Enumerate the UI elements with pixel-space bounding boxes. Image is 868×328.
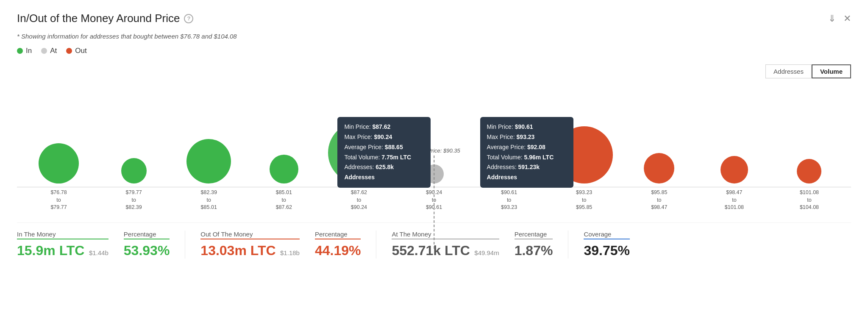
bubble-8[interactable] (556, 126, 613, 183)
stat-value-out-ltc: 13.03m LTC (200, 243, 275, 258)
page-title: In/Out of the Money Around Price (17, 12, 180, 25)
stat-pct-label-at: Percentage (515, 231, 553, 238)
bubble-col-2 (96, 158, 171, 183)
axis-label-3: $82.39to$85.01 (171, 189, 246, 211)
stat-pct-out: Percentage 44.19% (315, 231, 376, 259)
legend-out: Out (66, 47, 86, 55)
divider-3 (568, 231, 568, 259)
bubble-7[interactable] (484, 133, 534, 183)
volume-button[interactable]: Volume (812, 64, 851, 78)
legend-label-at: At (50, 47, 57, 55)
legend-dot-at (41, 48, 47, 54)
stat-underline-pct-out (315, 239, 361, 239)
stat-value-coverage: 39.75% (584, 243, 630, 259)
legend-label-in: In (26, 47, 32, 55)
main-container: In/Out of the Money Around Price ? ⇓ ✕ *… (0, 0, 868, 270)
bubble-col-10 (697, 156, 772, 183)
axis-label-8: $93.23to$95.85 (547, 189, 622, 211)
bubble-5[interactable] (328, 122, 389, 183)
current-price-line (434, 156, 434, 249)
header-left: In/Out of the Money Around Price ? (17, 12, 193, 25)
divider-1 (185, 231, 185, 259)
axis-label-11: $101.08to$104.08 (772, 189, 847, 211)
legend-dot-out (66, 48, 72, 54)
addresses-button[interactable]: Addresses (765, 64, 812, 78)
bubble-col-8 (547, 126, 622, 183)
stat-underline-pct-in (124, 239, 170, 239)
divider-2 (376, 231, 376, 259)
bubble-1[interactable] (39, 143, 79, 183)
axis-label-10: $98.47to$101.08 (697, 189, 772, 211)
stat-pct-label-in: Percentage (124, 231, 170, 238)
current-price-label: Current Price: $90.35 (408, 147, 460, 154)
bubble-col-5: Min Price: $87.62 Max Price: $90.24 Aver… (321, 122, 396, 183)
stat-value-out: 13.03m LTC $1.18b (200, 243, 300, 259)
stat-pct-value-at: 1.87% (515, 243, 553, 259)
legend-in: In (17, 47, 32, 55)
stat-pct-at: Percentage 1.87% (515, 231, 568, 259)
stat-value-in: 15.9m LTC $1.44b (17, 243, 108, 259)
axis-label-4: $85.01to$87.62 (246, 189, 321, 211)
bubble-4[interactable] (270, 155, 298, 183)
bubble-col-6: Current Price: $90.35 (396, 164, 471, 183)
help-icon[interactable]: ? (184, 14, 193, 23)
subtitle: * Showing information for addresses that… (17, 33, 851, 40)
stat-value-in-ltc: 15.9m LTC (17, 243, 84, 258)
stat-underline-in (17, 239, 108, 239)
bubble-3[interactable] (186, 139, 231, 183)
axis-label-7: $90.61to$93.23 (472, 189, 547, 211)
stat-sub-out: $1.18b (280, 249, 300, 256)
axis-label-5: $87.62to$90.24 (321, 189, 396, 211)
bubble-col-9 (622, 153, 697, 183)
stat-pct-value-out: 44.19% (315, 243, 361, 259)
close-icon[interactable]: ✕ (843, 13, 851, 24)
header-right: ⇓ ✕ (828, 13, 851, 24)
stat-label-in: In The Money (17, 231, 108, 238)
bubble-9[interactable] (644, 153, 674, 183)
stat-sub-at: $49.94m (474, 249, 499, 256)
stat-sub-in: $1.44b (89, 249, 108, 256)
bubble-2[interactable] (121, 158, 147, 183)
chart-area: Min Price: $87.62 Max Price: $90.24 Aver… (17, 82, 851, 200)
bubble-11[interactable] (797, 159, 821, 183)
stat-label-coverage: Coverage (584, 231, 630, 238)
axis-label-2: $79.77to$82.39 (96, 189, 171, 211)
stat-in-the-money: In The Money 15.9m LTC $1.44b (17, 231, 124, 259)
bubble-10[interactable] (721, 156, 748, 183)
stat-underline-out (200, 239, 300, 239)
axis-label-9: $95.85to$98.47 (622, 189, 697, 211)
bubble-col-11 (772, 159, 847, 183)
legend-at: At (41, 47, 57, 55)
stat-underline-coverage (584, 239, 630, 239)
stat-pct-value-in: 53.93% (124, 243, 170, 259)
tooltip-right-min: $90.61 (515, 123, 533, 130)
bubble-col-1 (21, 143, 96, 183)
legend-dot-in (17, 48, 23, 54)
header: In/Out of the Money Around Price ? ⇓ ✕ (17, 12, 851, 25)
stat-pct-label-out: Percentage (315, 231, 361, 238)
chart-controls: Addresses Volume (17, 64, 851, 78)
stat-underline-pct-at (515, 239, 553, 239)
axis-label-1: $76.78to$79.77 (21, 189, 96, 211)
stat-label-out: Out Of The Money (200, 231, 300, 238)
bubble-col-4 (246, 155, 321, 183)
bubble-col-7: Min Price: $90.61 Max Price: $93.23 Aver… (472, 133, 547, 183)
stat-pct-in: Percentage 53.93% (124, 231, 185, 259)
legend-label-out: Out (75, 47, 86, 55)
download-icon[interactable]: ⇓ (828, 13, 836, 24)
stat-coverage: Coverage 39.75% (584, 231, 645, 259)
stat-out-the-money: Out Of The Money 13.03m LTC $1.18b (200, 231, 315, 259)
bubble-col-3 (171, 139, 246, 183)
legend: In At Out (17, 47, 851, 55)
